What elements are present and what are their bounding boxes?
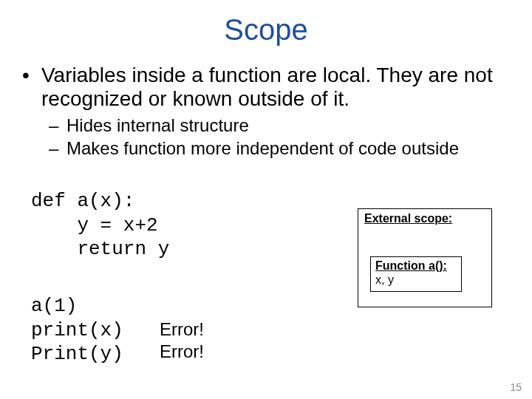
code-definition: def a(x): y = x+2 return y <box>31 189 169 262</box>
scope-diagram-inner: Function a(): x, y <box>370 256 462 292</box>
slide-title: Scope <box>0 13 532 47</box>
scope-outer-label: External scope: <box>364 212 485 225</box>
bullet-level1: Variables inside a function are local. T… <box>22 64 510 111</box>
scope-inner-vars: x, y <box>375 273 457 287</box>
page-number: 15 <box>510 381 522 393</box>
scope-inner-label: Function a(): <box>375 259 457 273</box>
error-label: Error! <box>160 341 204 362</box>
bullet-level2: Makes function more independent of code … <box>22 138 510 160</box>
error-label: Error! <box>160 319 204 340</box>
slide: Scope Variables inside a function are lo… <box>0 0 532 399</box>
bullet-level2: Hides internal structure <box>22 115 510 137</box>
slide-body: Variables inside a function are local. T… <box>22 64 510 161</box>
scope-diagram-outer: External scope: Function a(): x, y <box>358 208 492 307</box>
code-calls: a(1) print(x) Print(y) <box>31 294 123 366</box>
